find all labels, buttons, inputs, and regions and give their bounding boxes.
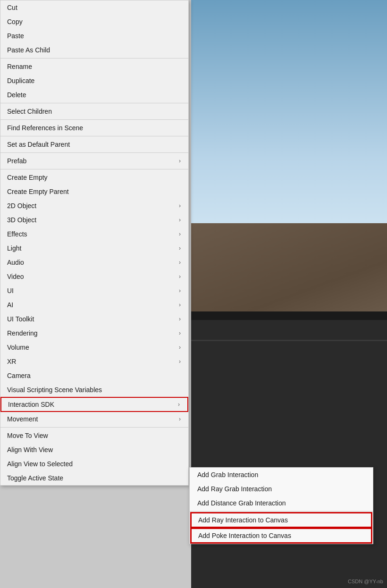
submenu-arrow-icon: › bbox=[179, 330, 181, 336]
menu-separator bbox=[0, 169, 188, 169]
menu-item-label-duplicate: Duplicate bbox=[7, 77, 34, 84]
submenu-arrow-icon: › bbox=[179, 302, 181, 308]
menu-item-copy[interactable]: Copy bbox=[0, 15, 188, 29]
submenu-arrow-icon: › bbox=[178, 401, 180, 408]
interaction-sdk-submenu: Add Grab InteractionAdd Ray Grab Interac… bbox=[189, 467, 373, 544]
menu-item-light[interactable]: Light› bbox=[0, 241, 188, 255]
menu-item-label-xr: XR bbox=[7, 358, 16, 365]
scene-dark-line bbox=[191, 340, 387, 341]
menu-separator bbox=[0, 58, 188, 59]
menu-item-delete[interactable]: Delete bbox=[0, 88, 188, 102]
menu-item-cut[interactable]: Cut bbox=[0, 0, 188, 15]
menu-item-label-video: Video bbox=[7, 273, 24, 280]
submenu-arrow-icon: › bbox=[179, 316, 181, 322]
menu-item-ui-toolkit[interactable]: UI Toolkit› bbox=[0, 312, 188, 326]
context-menu: CutCopyPastePaste As ChildRenameDuplicat… bbox=[0, 0, 189, 486]
submenu-arrow-icon: › bbox=[179, 344, 181, 351]
menu-item-label-movement: Movement bbox=[7, 415, 38, 423]
submenu-item-add-grab[interactable]: Add Grab Interaction bbox=[190, 468, 373, 482]
menu-item-label-light: Light bbox=[7, 244, 21, 252]
menu-item-label-create-empty-parent: Create Empty Parent bbox=[7, 188, 69, 195]
menu-item-label-audio: Audio bbox=[7, 259, 24, 266]
menu-item-video[interactable]: Video› bbox=[0, 269, 188, 284]
menu-item-label-ai: AI bbox=[7, 301, 13, 309]
submenu-arrow-icon: › bbox=[179, 231, 181, 237]
submenu-arrow-icon: › bbox=[179, 416, 181, 422]
menu-item-label-delete: Delete bbox=[7, 91, 26, 99]
submenu-item-label-add-ray-grab: Add Ray Grab Interaction bbox=[197, 485, 272, 493]
menu-item-paste-as-child[interactable]: Paste As Child bbox=[0, 43, 188, 57]
menu-item-label-find-references: Find References in Scene bbox=[7, 124, 83, 132]
menu-separator bbox=[0, 136, 188, 136]
watermark-text: CSDN @YY-nb bbox=[348, 579, 383, 584]
menu-item-label-prefab: Prefab bbox=[7, 157, 26, 165]
menu-item-ui[interactable]: UI› bbox=[0, 284, 188, 298]
submenu-arrow-icon: › bbox=[179, 273, 181, 280]
menu-item-volume[interactable]: Volume› bbox=[0, 340, 188, 354]
menu-item-2d-object[interactable]: 2D Object› bbox=[0, 199, 188, 213]
menu-item-movement[interactable]: Movement› bbox=[0, 412, 188, 426]
submenu-arrow-icon: › bbox=[179, 358, 181, 365]
menu-item-rename[interactable]: Rename bbox=[0, 59, 188, 74]
menu-item-align-with-view[interactable]: Align With View bbox=[0, 443, 188, 457]
submenu-separator bbox=[190, 511, 373, 512]
submenu-arrow-icon: › bbox=[179, 202, 181, 209]
submenu-item-label-add-ray-canvas: Add Ray Interaction to Canvas bbox=[198, 516, 288, 524]
menu-item-find-references[interactable]: Find References in Scene bbox=[0, 121, 188, 135]
menu-item-label-paste-as-child: Paste As Child bbox=[7, 46, 50, 54]
menu-item-label-paste: Paste bbox=[7, 32, 24, 40]
menu-item-label-ui-toolkit: UI Toolkit bbox=[7, 315, 34, 323]
scene-dark-bar bbox=[191, 311, 387, 320]
menu-item-xr[interactable]: XR› bbox=[0, 354, 188, 369]
menu-separator bbox=[0, 103, 188, 103]
menu-item-audio[interactable]: Audio› bbox=[0, 255, 188, 269]
menu-item-visual-scripting[interactable]: Visual Scripting Scene Variables bbox=[0, 383, 188, 397]
menu-item-label-toggle-active-state: Toggle Active State bbox=[7, 474, 63, 482]
submenu-arrow-icon: › bbox=[179, 245, 181, 252]
menu-item-set-default-parent[interactable]: Set as Default Parent bbox=[0, 137, 188, 151]
submenu-item-add-ray-grab[interactable]: Add Ray Grab Interaction bbox=[190, 482, 373, 496]
scene-dark-section bbox=[191, 320, 387, 588]
menu-item-paste[interactable]: Paste bbox=[0, 29, 188, 43]
menu-item-label-select-children: Select Children bbox=[7, 108, 52, 115]
menu-item-label-interaction-sdk: Interaction SDK bbox=[8, 401, 54, 408]
menu-item-select-children[interactable]: Select Children bbox=[0, 104, 188, 118]
menu-item-label-2d-object: 2D Object bbox=[7, 202, 36, 210]
menu-item-label-set-default-parent: Set as Default Parent bbox=[7, 141, 70, 148]
menu-item-camera[interactable]: Camera bbox=[0, 369, 188, 383]
submenu-item-label-add-grab: Add Grab Interaction bbox=[197, 471, 258, 479]
submenu-item-label-add-poke-canvas: Add Poke Interaction to Canvas bbox=[198, 532, 291, 539]
menu-item-create-empty[interactable]: Create Empty bbox=[0, 170, 188, 185]
menu-item-label-ui: UI bbox=[7, 287, 14, 294]
menu-item-label-cut: Cut bbox=[7, 4, 17, 11]
menu-item-move-to-view[interactable]: Move To View bbox=[0, 428, 188, 443]
menu-item-interaction-sdk[interactable]: Interaction SDK› bbox=[0, 397, 188, 412]
menu-item-label-rendering: Rendering bbox=[7, 329, 38, 337]
menu-item-label-align-with-view: Align With View bbox=[7, 446, 53, 454]
menu-item-label-rename: Rename bbox=[7, 63, 32, 70]
menu-item-align-view-to-selected[interactable]: Align View to Selected bbox=[0, 457, 188, 471]
menu-item-create-empty-parent[interactable]: Create Empty Parent bbox=[0, 185, 188, 199]
menu-item-label-3d-object: 3D Object bbox=[7, 216, 36, 224]
menu-item-label-volume: Volume bbox=[7, 344, 29, 351]
submenu-item-label-add-distance-grab: Add Distance Grab Interaction bbox=[197, 499, 286, 507]
submenu-arrow-icon: › bbox=[179, 259, 181, 266]
menu-separator bbox=[0, 427, 188, 428]
menu-item-rendering[interactable]: Rendering› bbox=[0, 326, 188, 340]
menu-item-label-visual-scripting: Visual Scripting Scene Variables bbox=[7, 386, 102, 394]
submenu-item-add-poke-canvas[interactable]: Add Poke Interaction to Canvas bbox=[191, 528, 372, 543]
menu-item-toggle-active-state[interactable]: Toggle Active State bbox=[0, 471, 188, 485]
submenu-arrow-icon: › bbox=[179, 158, 181, 164]
menu-item-ai[interactable]: AI› bbox=[0, 298, 188, 312]
submenu-item-add-ray-canvas[interactable]: Add Ray Interaction to Canvas bbox=[191, 512, 372, 528]
menu-separator bbox=[0, 152, 188, 153]
submenu-arrow-icon: › bbox=[179, 287, 181, 294]
menu-item-label-camera: Camera bbox=[7, 372, 31, 379]
submenu-item-add-distance-grab[interactable]: Add Distance Grab Interaction bbox=[190, 496, 373, 510]
menu-item-label-effects: Effects bbox=[7, 230, 27, 238]
menu-item-3d-object[interactable]: 3D Object› bbox=[0, 213, 188, 227]
menu-item-duplicate[interactable]: Duplicate bbox=[0, 74, 188, 88]
menu-item-prefab[interactable]: Prefab› bbox=[0, 154, 188, 168]
menu-item-effects[interactable]: Effects› bbox=[0, 227, 188, 241]
menu-item-label-align-view-to-selected: Align View to Selected bbox=[7, 460, 73, 468]
